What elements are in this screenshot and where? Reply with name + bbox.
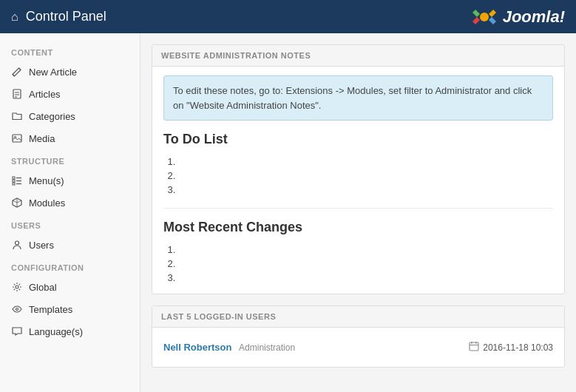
- sidebar-section-structure: STRUCTURE: [0, 149, 140, 169]
- sidebar-item-label-new-article: New Article: [29, 67, 77, 78]
- svg-point-0: [480, 13, 489, 21]
- calendar-icon: [469, 341, 479, 354]
- joomla-logo-text: Joomla!: [503, 7, 565, 27]
- admin-notes-info: To edit these notes, go to: Extensions -…: [163, 75, 553, 121]
- sidebar-item-templates[interactable]: Templates: [0, 298, 140, 320]
- svg-rect-16: [470, 342, 478, 351]
- sidebar-item-label-menus: Menu(s): [29, 175, 64, 186]
- box-icon: [11, 197, 23, 209]
- image-icon: [11, 132, 23, 144]
- changes-item-3: [178, 271, 553, 285]
- logged-user-name[interactable]: Nell Robertson: [163, 342, 231, 353]
- todo-item-1: [178, 155, 553, 169]
- logged-user-date: 2016-11-18 10:03: [469, 341, 553, 354]
- sidebar-item-media[interactable]: Media: [0, 127, 140, 149]
- sidebar-item-menus[interactable]: Menu(s): [0, 169, 140, 192]
- eye-icon: [11, 303, 23, 315]
- svg-point-15: [16, 308, 18, 311]
- topbar-title: Control Panel: [26, 9, 106, 24]
- logged-user-row: Nell Robertson Administration: [163, 337, 553, 358]
- file-icon: [11, 88, 23, 100]
- changes-title: Most Recent Changes: [163, 220, 553, 235]
- todo-title: To Do List: [163, 132, 553, 147]
- sidebar-item-label-modules: Modules: [29, 197, 65, 209]
- svg-rect-11: [13, 183, 15, 185]
- svg-point-14: [16, 285, 18, 288]
- changes-list: [163, 243, 553, 285]
- sidebar-section-configuration: CONFIGURATION: [0, 256, 140, 276]
- chat-icon: [11, 325, 23, 337]
- changes-item-2: [178, 257, 553, 271]
- folder-icon: [11, 110, 23, 122]
- admin-notes-body: To edit these notes, go to: Extensions -…: [152, 67, 564, 294]
- sidebar-item-articles[interactable]: Articles: [0, 83, 140, 105]
- sidebar-item-new-article[interactable]: New Article: [0, 61, 140, 83]
- sidebar-item-label-articles: Articles: [29, 89, 61, 100]
- sidebar-item-label-languages: Language(s): [29, 326, 83, 337]
- logged-user-role: Administration: [239, 342, 295, 353]
- joomla-logo: Joomla!: [470, 7, 565, 27]
- topbar: ⌂ Control Panel Joomla!: [0, 0, 576, 33]
- admin-notes-header: WEBSITE ADMINISTRATION NOTES: [152, 45, 564, 67]
- svg-point-13: [16, 241, 19, 245]
- svg-rect-7: [13, 177, 15, 179]
- logged-users-body: Nell Robertson Administration: [152, 328, 564, 367]
- sidebar-section-users: USERS: [0, 214, 140, 234]
- home-icon[interactable]: ⌂: [11, 10, 18, 24]
- person-icon: [11, 239, 23, 251]
- layout: CONTENT New Article Articles: [0, 33, 576, 392]
- todo-item-3: [178, 183, 553, 197]
- sidebar-item-languages[interactable]: Language(s): [0, 320, 140, 342]
- todo-item-2: [178, 169, 553, 183]
- sidebar-item-label-templates: Templates: [29, 304, 72, 315]
- sidebar-item-label-users: Users: [29, 240, 54, 251]
- logged-user-info: Nell Robertson Administration: [163, 342, 295, 353]
- logged-user-datetime: 2016-11-18 10:03: [483, 342, 553, 353]
- changes-item-1: [178, 243, 553, 257]
- gear-icon: [11, 281, 23, 293]
- logged-users-panel: LAST 5 LOGGED-IN USERS Nell Robertson Ad…: [152, 305, 565, 368]
- sidebar: CONTENT New Article Articles: [0, 33, 140, 392]
- sidebar-item-label-global: Global: [29, 282, 57, 293]
- main-content: WEBSITE ADMINISTRATION NOTES To edit the…: [140, 33, 576, 392]
- sidebar-item-modules[interactable]: Modules: [0, 192, 140, 214]
- svg-rect-9: [13, 180, 15, 182]
- sidebar-section-content: CONTENT: [0, 41, 140, 61]
- sidebar-item-users[interactable]: Users: [0, 234, 140, 256]
- divider-1: [163, 208, 553, 209]
- list-icon: [11, 175, 23, 186]
- todo-list: [163, 155, 553, 197]
- sidebar-item-label-media: Media: [29, 133, 55, 144]
- pencil-icon: [11, 66, 23, 78]
- sidebar-item-categories[interactable]: Categories: [0, 105, 140, 127]
- sidebar-item-global[interactable]: Global: [0, 276, 140, 298]
- joomla-logo-graphic: [470, 7, 499, 27]
- sidebar-item-label-categories: Categories: [29, 111, 75, 122]
- logged-users-header: LAST 5 LOGGED-IN USERS: [152, 306, 564, 328]
- admin-notes-panel: WEBSITE ADMINISTRATION NOTES To edit the…: [152, 44, 565, 294]
- topbar-left: ⌂ Control Panel: [11, 9, 106, 24]
